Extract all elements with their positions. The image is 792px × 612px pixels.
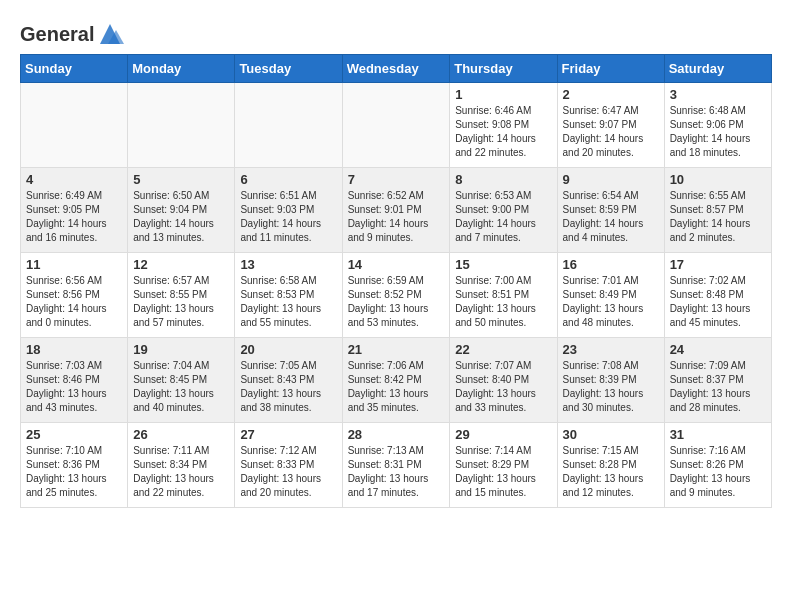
calendar-empty <box>342 83 450 168</box>
day-info: Sunrise: 6:57 AM Sunset: 8:55 PM Dayligh… <box>133 274 229 330</box>
day-info: Sunrise: 6:47 AM Sunset: 9:07 PM Dayligh… <box>563 104 659 160</box>
day-info: Sunrise: 7:13 AM Sunset: 8:31 PM Dayligh… <box>348 444 445 500</box>
day-info: Sunrise: 6:48 AM Sunset: 9:06 PM Dayligh… <box>670 104 766 160</box>
day-number: 31 <box>670 427 766 442</box>
day-info: Sunrise: 6:52 AM Sunset: 9:01 PM Dayligh… <box>348 189 445 245</box>
day-info: Sunrise: 7:04 AM Sunset: 8:45 PM Dayligh… <box>133 359 229 415</box>
calendar-day-17: 17Sunrise: 7:02 AM Sunset: 8:48 PM Dayli… <box>664 253 771 338</box>
day-number: 11 <box>26 257 122 272</box>
day-number: 25 <box>26 427 122 442</box>
calendar-day-25: 25Sunrise: 7:10 AM Sunset: 8:36 PM Dayli… <box>21 423 128 508</box>
calendar-day-6: 6Sunrise: 6:51 AM Sunset: 9:03 PM Daylig… <box>235 168 342 253</box>
day-number: 16 <box>563 257 659 272</box>
calendar-week-3: 11Sunrise: 6:56 AM Sunset: 8:56 PM Dayli… <box>21 253 772 338</box>
day-number: 26 <box>133 427 229 442</box>
day-number: 23 <box>563 342 659 357</box>
weekday-header-tuesday: Tuesday <box>235 55 342 83</box>
calendar-day-7: 7Sunrise: 6:52 AM Sunset: 9:01 PM Daylig… <box>342 168 450 253</box>
calendar-day-10: 10Sunrise: 6:55 AM Sunset: 8:57 PM Dayli… <box>664 168 771 253</box>
day-info: Sunrise: 7:16 AM Sunset: 8:26 PM Dayligh… <box>670 444 766 500</box>
calendar-day-14: 14Sunrise: 6:59 AM Sunset: 8:52 PM Dayli… <box>342 253 450 338</box>
day-info: Sunrise: 7:02 AM Sunset: 8:48 PM Dayligh… <box>670 274 766 330</box>
calendar-day-1: 1Sunrise: 6:46 AM Sunset: 9:08 PM Daylig… <box>450 83 557 168</box>
day-info: Sunrise: 7:09 AM Sunset: 8:37 PM Dayligh… <box>670 359 766 415</box>
day-number: 12 <box>133 257 229 272</box>
day-number: 1 <box>455 87 551 102</box>
day-info: Sunrise: 6:55 AM Sunset: 8:57 PM Dayligh… <box>670 189 766 245</box>
weekday-header-monday: Monday <box>128 55 235 83</box>
calendar-day-9: 9Sunrise: 6:54 AM Sunset: 8:59 PM Daylig… <box>557 168 664 253</box>
calendar-day-27: 27Sunrise: 7:12 AM Sunset: 8:33 PM Dayli… <box>235 423 342 508</box>
day-number: 21 <box>348 342 445 357</box>
day-number: 10 <box>670 172 766 187</box>
day-info: Sunrise: 6:56 AM Sunset: 8:56 PM Dayligh… <box>26 274 122 330</box>
calendar-day-3: 3Sunrise: 6:48 AM Sunset: 9:06 PM Daylig… <box>664 83 771 168</box>
day-info: Sunrise: 7:11 AM Sunset: 8:34 PM Dayligh… <box>133 444 229 500</box>
day-info: Sunrise: 7:00 AM Sunset: 8:51 PM Dayligh… <box>455 274 551 330</box>
calendar-day-24: 24Sunrise: 7:09 AM Sunset: 8:37 PM Dayli… <box>664 338 771 423</box>
calendar-day-8: 8Sunrise: 6:53 AM Sunset: 9:00 PM Daylig… <box>450 168 557 253</box>
day-number: 7 <box>348 172 445 187</box>
calendar-day-11: 11Sunrise: 6:56 AM Sunset: 8:56 PM Dayli… <box>21 253 128 338</box>
day-info: Sunrise: 6:59 AM Sunset: 8:52 PM Dayligh… <box>348 274 445 330</box>
day-number: 24 <box>670 342 766 357</box>
day-info: Sunrise: 7:06 AM Sunset: 8:42 PM Dayligh… <box>348 359 445 415</box>
calendar-day-12: 12Sunrise: 6:57 AM Sunset: 8:55 PM Dayli… <box>128 253 235 338</box>
calendar-week-2: 4Sunrise: 6:49 AM Sunset: 9:05 PM Daylig… <box>21 168 772 253</box>
day-number: 27 <box>240 427 336 442</box>
day-number: 29 <box>455 427 551 442</box>
calendar-empty <box>21 83 128 168</box>
calendar-day-31: 31Sunrise: 7:16 AM Sunset: 8:26 PM Dayli… <box>664 423 771 508</box>
day-number: 2 <box>563 87 659 102</box>
calendar-week-4: 18Sunrise: 7:03 AM Sunset: 8:46 PM Dayli… <box>21 338 772 423</box>
day-info: Sunrise: 7:12 AM Sunset: 8:33 PM Dayligh… <box>240 444 336 500</box>
calendar-day-28: 28Sunrise: 7:13 AM Sunset: 8:31 PM Dayli… <box>342 423 450 508</box>
calendar-day-22: 22Sunrise: 7:07 AM Sunset: 8:40 PM Dayli… <box>450 338 557 423</box>
calendar-day-20: 20Sunrise: 7:05 AM Sunset: 8:43 PM Dayli… <box>235 338 342 423</box>
day-info: Sunrise: 7:07 AM Sunset: 8:40 PM Dayligh… <box>455 359 551 415</box>
day-number: 22 <box>455 342 551 357</box>
weekday-header-thursday: Thursday <box>450 55 557 83</box>
calendar-day-15: 15Sunrise: 7:00 AM Sunset: 8:51 PM Dayli… <box>450 253 557 338</box>
calendar-table: SundayMondayTuesdayWednesdayThursdayFrid… <box>20 54 772 508</box>
calendar-day-16: 16Sunrise: 7:01 AM Sunset: 8:49 PM Dayli… <box>557 253 664 338</box>
day-info: Sunrise: 6:53 AM Sunset: 9:00 PM Dayligh… <box>455 189 551 245</box>
day-info: Sunrise: 7:01 AM Sunset: 8:49 PM Dayligh… <box>563 274 659 330</box>
calendar-day-4: 4Sunrise: 6:49 AM Sunset: 9:05 PM Daylig… <box>21 168 128 253</box>
calendar-day-30: 30Sunrise: 7:15 AM Sunset: 8:28 PM Dayli… <box>557 423 664 508</box>
calendar-week-5: 25Sunrise: 7:10 AM Sunset: 8:36 PM Dayli… <box>21 423 772 508</box>
calendar-day-2: 2Sunrise: 6:47 AM Sunset: 9:07 PM Daylig… <box>557 83 664 168</box>
day-number: 3 <box>670 87 766 102</box>
logo-general: General <box>20 23 94 46</box>
calendar-day-13: 13Sunrise: 6:58 AM Sunset: 8:53 PM Dayli… <box>235 253 342 338</box>
day-number: 18 <box>26 342 122 357</box>
day-number: 6 <box>240 172 336 187</box>
calendar-day-26: 26Sunrise: 7:11 AM Sunset: 8:34 PM Dayli… <box>128 423 235 508</box>
day-info: Sunrise: 6:54 AM Sunset: 8:59 PM Dayligh… <box>563 189 659 245</box>
day-info: Sunrise: 7:10 AM Sunset: 8:36 PM Dayligh… <box>26 444 122 500</box>
page-header: General <box>20 20 772 44</box>
day-number: 8 <box>455 172 551 187</box>
day-info: Sunrise: 7:08 AM Sunset: 8:39 PM Dayligh… <box>563 359 659 415</box>
calendar-day-29: 29Sunrise: 7:14 AM Sunset: 8:29 PM Dayli… <box>450 423 557 508</box>
day-number: 30 <box>563 427 659 442</box>
day-number: 4 <box>26 172 122 187</box>
calendar-day-23: 23Sunrise: 7:08 AM Sunset: 8:39 PM Dayli… <box>557 338 664 423</box>
day-info: Sunrise: 6:50 AM Sunset: 9:04 PM Dayligh… <box>133 189 229 245</box>
day-info: Sunrise: 7:14 AM Sunset: 8:29 PM Dayligh… <box>455 444 551 500</box>
day-number: 5 <box>133 172 229 187</box>
calendar-day-18: 18Sunrise: 7:03 AM Sunset: 8:46 PM Dayli… <box>21 338 128 423</box>
logo: General <box>20 20 124 44</box>
day-info: Sunrise: 6:58 AM Sunset: 8:53 PM Dayligh… <box>240 274 336 330</box>
day-number: 13 <box>240 257 336 272</box>
day-number: 20 <box>240 342 336 357</box>
calendar-day-21: 21Sunrise: 7:06 AM Sunset: 8:42 PM Dayli… <box>342 338 450 423</box>
day-info: Sunrise: 6:49 AM Sunset: 9:05 PM Dayligh… <box>26 189 122 245</box>
weekday-header-friday: Friday <box>557 55 664 83</box>
weekday-header-wednesday: Wednesday <box>342 55 450 83</box>
calendar-empty <box>128 83 235 168</box>
day-number: 17 <box>670 257 766 272</box>
calendar-empty <box>235 83 342 168</box>
day-info: Sunrise: 6:46 AM Sunset: 9:08 PM Dayligh… <box>455 104 551 160</box>
day-info: Sunrise: 7:05 AM Sunset: 8:43 PM Dayligh… <box>240 359 336 415</box>
